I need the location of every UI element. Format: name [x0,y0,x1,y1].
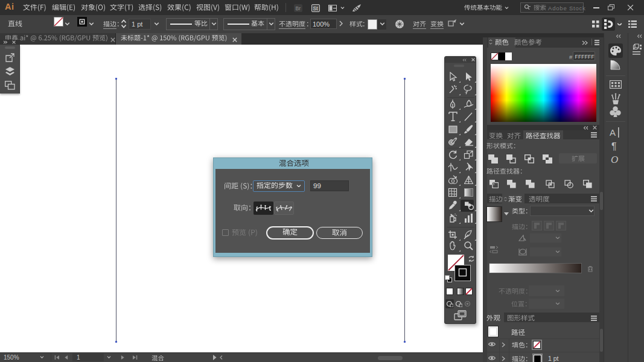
svg-text:O: O [611,154,618,165]
svg-text:A: A [610,127,616,138]
svg-text:¶: ¶ [611,141,617,151]
